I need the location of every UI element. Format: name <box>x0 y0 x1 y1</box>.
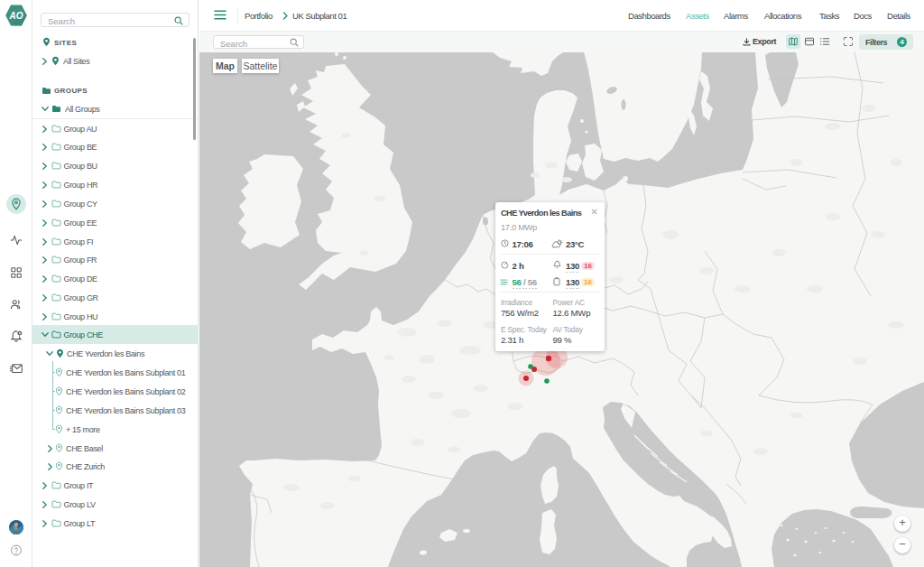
svg-text:AO: AO <box>8 11 23 21</box>
